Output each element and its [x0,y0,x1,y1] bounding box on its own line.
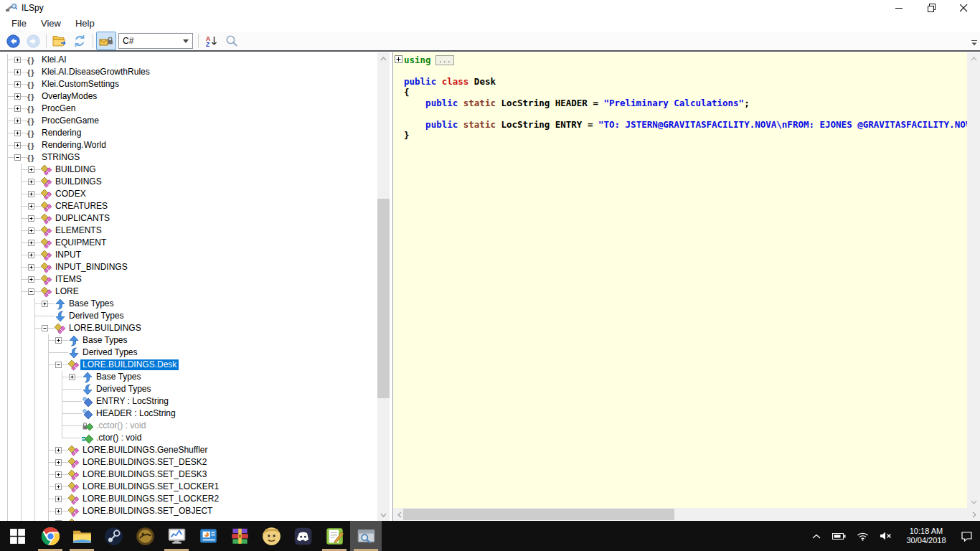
tree-item[interactable]: Derived Types [0,347,377,359]
tree-item[interactable]: {}Klei.AI.DiseaseGrowthRules [0,66,377,78]
taskbar-file-explorer-icon[interactable] [66,521,98,551]
expand-icon[interactable] [28,252,34,258]
tree-item[interactable]: LORE.BUILDINGS.SET_LOCKER2 [0,493,377,505]
tree-item[interactable]: INPUT [0,249,377,261]
code-hscrollbar-thumb[interactable] [403,509,674,520]
tree-item[interactable]: {}OverlayModes [0,90,377,103]
expand-icon[interactable] [55,496,62,502]
expand-icon[interactable] [14,69,21,75]
forward-button[interactable] [23,32,43,50]
tree-item[interactable]: LORE.BUILDINGS [0,322,377,334]
expand-icon[interactable] [14,105,21,112]
expand-icon[interactable] [28,166,34,173]
collapse-icon[interactable] [55,362,62,368]
tree-item[interactable]: {}Rendering [0,127,377,139]
taskbar-chrome-icon[interactable] [34,521,66,551]
scroll-down-icon[interactable] [377,509,390,521]
tree-item[interactable]: {}STRINGS [0,151,377,164]
tree-item[interactable]: {}Klei.AI [0,54,377,66]
tree-item[interactable]: Base Types [0,334,377,347]
collapse-icon[interactable] [42,325,48,331]
taskbar-winrar-icon[interactable] [224,521,255,551]
expand-icon[interactable] [55,520,62,521]
tree-item[interactable]: LORE.BUILDINGS.SET_DESK3 [0,468,377,481]
language-selector[interactable]: C# [118,33,193,49]
sort-assemblies-button[interactable]: AZ [202,32,222,50]
expand-icon[interactable] [14,142,21,149]
expand-icon[interactable] [55,337,62,344]
tree-item[interactable]: HEADER : LocString [0,408,377,420]
tree-item[interactable]: {}ProcGenGame [0,115,377,127]
expand-icon[interactable] [14,57,21,63]
tree-item[interactable]: .ctor() : void [0,432,377,444]
scroll-up-icon[interactable] [967,52,980,65]
tree-item[interactable]: ENTRY : LocString [0,395,377,408]
expand-icon[interactable] [14,130,21,136]
collapsed-usings-box[interactable]: ... [435,55,454,65]
tree-item[interactable]: {}Rendering.World [0,139,377,151]
refresh-button[interactable] [70,32,90,50]
collapse-icon[interactable] [14,154,21,161]
expand-icon[interactable] [42,301,48,307]
tree-item[interactable]: LORE.BUILDINGS.SET_LOCKER1 [0,481,377,493]
minimize-button[interactable] [883,0,915,16]
expand-icon[interactable] [28,179,34,185]
menu-help[interactable]: Help [68,17,102,31]
fold-toggle-icon[interactable] [395,55,402,63]
expand-icon[interactable] [14,93,21,100]
search-button[interactable] [222,32,242,50]
tree-item[interactable]: ELEMENTS [0,225,377,237]
battery-icon[interactable] [832,532,846,540]
menu-file[interactable]: File [4,17,34,31]
expand-icon[interactable] [28,203,34,209]
taskbar-notepad-plus-plus-icon[interactable] [319,521,350,551]
restore-button[interactable] [915,0,948,16]
tree-item[interactable]: CREATURES [0,200,377,212]
expand-icon[interactable] [14,118,21,124]
open-assembly-button[interactable] [50,32,70,50]
menu-view[interactable]: View [34,17,68,31]
tree-item[interactable]: {}Klei.CustomSettings [0,78,377,90]
taskbar-steam-icon[interactable] [98,521,129,551]
code-vertical-scrollbar[interactable] [967,52,980,508]
expand-icon[interactable] [55,447,62,453]
scroll-up-icon[interactable] [377,52,390,65]
expand-icon[interactable] [55,471,62,478]
expand-icon[interactable] [55,508,62,514]
tree-item[interactable]: BUILDING [0,164,377,176]
show-internals-toggle[interactable] [96,32,116,50]
taskbar-discord-icon[interactable] [287,521,319,551]
toolbar-overflow-icon[interactable] [971,37,978,50]
tree-item[interactable]: LORE [0,286,377,298]
tree-item[interactable]: Derived Types [0,383,377,395]
tree-item[interactable]: LORE.BUILDINGS.Desk [0,359,377,371]
volume-muted-icon[interactable] [880,532,892,540]
tree-item[interactable]: EQUIPMENT [0,237,377,249]
tree-item[interactable]: LORE.BUILDINGS.SET_OBJECT [0,505,377,517]
collapse-icon[interactable] [28,288,34,295]
tree-scrollbar-thumb[interactable] [377,199,390,398]
expand-icon[interactable] [28,215,34,222]
tree-item[interactable]: ITEMS [0,273,377,286]
code-horizontal-scrollbar[interactable] [393,508,980,521]
expand-icon[interactable] [69,374,75,380]
taskbar-game-avatar-app-icon[interactable] [255,521,287,551]
tree-item[interactable]: Derived Types [0,310,377,322]
action-center-icon[interactable] [961,531,973,542]
tree-item[interactable]: INPUT_BINDINGS [0,261,377,273]
taskbar-presentation-app-icon[interactable] [192,521,224,551]
tree-item[interactable]: LORE.BUILDINGS.GeneShuffler [0,444,377,456]
expand-icon[interactable] [28,227,34,234]
tree-vertical-scrollbar[interactable] [377,52,390,521]
tree-item[interactable]: .cctor() : void [0,420,377,432]
wifi-icon[interactable] [857,532,869,541]
expand-icon[interactable] [28,264,34,270]
scroll-down-icon[interactable] [967,496,980,508]
expand-icon[interactable] [55,459,62,466]
expand-icon[interactable] [14,81,21,88]
taskbar-ilspy-icon[interactable] [350,521,382,551]
scroll-right-icon[interactable] [968,508,980,521]
taskbar-game-shortcut-icon[interactable] [129,521,161,551]
expand-icon[interactable] [28,240,34,246]
tree-item[interactable]: Base Types [0,298,377,310]
